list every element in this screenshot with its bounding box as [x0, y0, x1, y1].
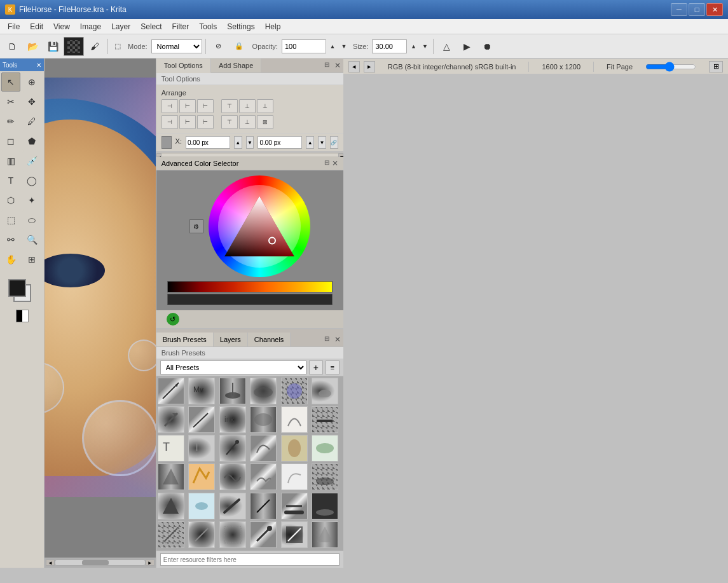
gradient-tool-btn[interactable]: ▥	[1, 151, 20, 170]
align-center-h-btn[interactable]: ⊢	[179, 99, 196, 113]
tab-tool-options[interactable]: Tool Options	[156, 58, 211, 73]
menu-layer[interactable]: Layer	[106, 21, 135, 32]
brush-tool-btn[interactable]: ✏	[1, 112, 20, 131]
brush-preset-36[interactable]	[312, 521, 338, 548]
panel-float-icon[interactable]: ⊟	[322, 58, 332, 72]
brush-preset-34[interactable]	[250, 521, 277, 548]
brush-preset-31[interactable]	[158, 521, 184, 548]
record-button[interactable]: ⏺	[477, 37, 497, 56]
brush-preset-20[interactable]	[188, 463, 215, 490]
dist-top-btn[interactable]: ⊤	[221, 115, 238, 129]
x-input[interactable]	[186, 136, 230, 149]
hscroll-right-button[interactable]: ►	[146, 559, 155, 566]
crop-tool-btn[interactable]: ✂	[1, 92, 20, 111]
brush-float-icon[interactable]: ⊟	[322, 333, 332, 346]
menu-file[interactable]: File	[3, 21, 25, 32]
minimize-button[interactable]: ─	[671, 3, 687, 16]
reset-opacity-button[interactable]: ⊘	[209, 37, 228, 56]
brush-preset-22[interactable]	[250, 463, 277, 490]
dist-bottom-btn[interactable]: ⊥	[239, 115, 256, 129]
color-triangle-svg[interactable]	[224, 196, 294, 257]
brush-preset-7[interactable]	[158, 406, 184, 433]
canvas-image[interactable]: filehorse.com	[45, 78, 156, 497]
brush-preset-4[interactable]	[250, 378, 277, 404]
menu-select[interactable]: Select	[135, 21, 167, 32]
brush-preset-10[interactable]	[250, 406, 277, 433]
canvas-area[interactable]: ▲ ▼	[45, 58, 156, 568]
transform-tool-btn[interactable]: ⊕	[22, 72, 41, 92]
hscroll-thumb[interactable]	[82, 560, 109, 565]
lock-alpha-button[interactable]: 🔒	[230, 37, 249, 56]
add-brush-button[interactable]: +	[309, 360, 323, 374]
brush-preset-5[interactable]	[281, 378, 308, 404]
x-spindown[interactable]: ▼	[246, 136, 254, 149]
paint-brush-button[interactable]: 🖌	[85, 37, 104, 56]
brush-preset-33[interactable]	[219, 521, 246, 548]
brush-preset-27[interactable]	[219, 493, 246, 519]
calligraphy-tool-btn[interactable]: 🖊	[22, 112, 41, 131]
brush-preset-24[interactable]	[312, 463, 338, 490]
eraser-tool-btn[interactable]: ◻	[1, 132, 20, 151]
align-bottom-btn[interactable]: ⊥	[257, 99, 273, 113]
brush-preset-1[interactable]	[158, 378, 184, 404]
tab-add-shape[interactable]: Add Shape	[211, 58, 261, 72]
right-panel-scroll-down[interactable]: ▼	[338, 153, 343, 157]
lock-aspect-btn[interactable]: 🔗	[330, 136, 338, 149]
fit-page-button[interactable]: ⊞	[709, 61, 723, 72]
dist-right-btn[interactable]: ⊢	[197, 115, 214, 129]
x-spinup[interactable]: ▲	[234, 136, 242, 149]
tab-channels[interactable]: Channels	[248, 333, 291, 346]
status-left-btn[interactable]: ◄	[348, 61, 360, 72]
brush-preset-28[interactable]	[250, 493, 277, 519]
brush-preset-23[interactable]	[281, 463, 308, 490]
tab-brush-presets[interactable]: Brush Presets	[156, 333, 214, 346]
brush-preset-9[interactable]: ink	[219, 406, 246, 433]
y-input[interactable]	[258, 136, 302, 149]
opacity-input[interactable]	[282, 39, 326, 53]
maximize-button[interactable]: □	[689, 3, 705, 16]
select-tool-btn[interactable]: ↖	[1, 72, 20, 92]
zoom-tool-btn[interactable]: 🔍	[22, 230, 41, 249]
brush-preset-21[interactable]	[219, 463, 246, 490]
menu-help[interactable]: Help	[260, 21, 286, 32]
brush-preset-2[interactable]: Mv	[188, 378, 215, 404]
save-file-button[interactable]: 💾	[43, 37, 62, 56]
status-right-btn[interactable]: ►	[364, 61, 375, 72]
align-left-btn[interactable]: ⊣	[161, 99, 178, 113]
open-file-button[interactable]: 📂	[23, 37, 42, 56]
dist-left-btn[interactable]: ⊣	[161, 115, 178, 129]
play-button[interactable]: ▶	[457, 37, 476, 56]
hscroll-track[interactable]	[55, 559, 146, 566]
brush-preset-16[interactable]	[250, 435, 277, 462]
text-tool-btn[interactable]: T	[1, 171, 20, 190]
brush-preset-18[interactable]	[312, 435, 338, 462]
new-file-button[interactable]: 🗋	[3, 37, 22, 56]
freehand-selection-btn[interactable]: ⚯	[1, 230, 20, 249]
reset-colors[interactable]	[16, 310, 29, 322]
menu-settings[interactable]: Settings	[222, 21, 259, 32]
brush-preset-19[interactable]	[158, 463, 184, 490]
grid-tool-btn[interactable]: ⊞	[22, 250, 41, 269]
move-tool-btn[interactable]: ✥	[22, 92, 41, 111]
brush-preset-26[interactable]	[188, 493, 215, 519]
brush-preset-35[interactable]	[281, 521, 308, 548]
brush-preset-15[interactable]	[219, 435, 246, 462]
brush-preset-32[interactable]	[188, 521, 215, 548]
color-gradient-bar[interactable]	[167, 281, 333, 292]
dist-center-btn[interactable]: ⊢	[179, 115, 196, 129]
align-center-v-btn[interactable]: ⊥	[239, 99, 256, 113]
size-input[interactable]	[372, 39, 407, 53]
brush-preset-6[interactable]	[312, 378, 338, 404]
stabilizer-button[interactable]: △	[437, 37, 456, 56]
align-top-btn[interactable]: ⊤	[221, 99, 238, 113]
menu-tools[interactable]: Tools	[194, 21, 222, 32]
tools-dock-toggle[interactable]: ✕	[36, 62, 41, 69]
brush-preset-13[interactable]: T	[158, 435, 184, 462]
size-down[interactable]: ▼	[420, 37, 430, 56]
canvas-hscrollbar[interactable]: ◄ ►	[45, 558, 156, 568]
panel-close-icon[interactable]: ✕	[332, 58, 343, 72]
brush-preset-12[interactable]	[312, 406, 338, 433]
opacity-up[interactable]: ▲	[327, 37, 338, 56]
star-tool-btn[interactable]: ✦	[22, 191, 41, 210]
ellipse-selection-btn[interactable]: ⬭	[22, 210, 41, 230]
